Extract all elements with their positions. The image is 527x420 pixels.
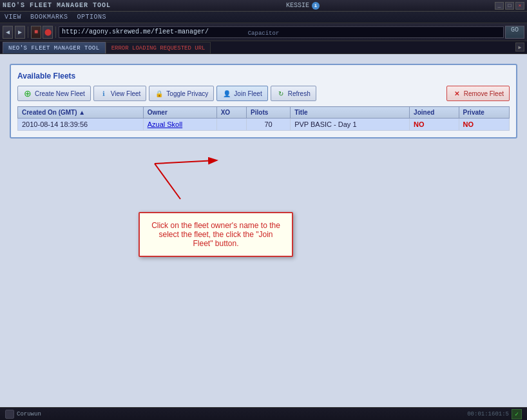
username-label: KESSIE [286,2,309,9]
reload-button[interactable]: ⬤ [43,26,53,39]
tab-fleet-manager-label: NEO'S FLEET MANAGER TOOL [8,45,100,52]
create-fleet-label: Create New Fleet [35,90,85,97]
status-bar: Coruwun 00:01:1601:5 ✓ [0,407,527,420]
status-username: Coruwun [17,411,41,417]
create-icon: ⊕ [23,89,32,98]
remove-icon: ✕ [452,89,461,98]
capacitor-label: Capacitor [248,30,280,37]
fleet-table: Created On (GMT) ▲ Owner XO Pilots Title… [17,106,510,131]
instruction-arrow [116,144,309,222]
minimize-button[interactable]: _ [495,2,504,10]
col-owner[interactable]: Owner [143,107,216,119]
status-coords: 00:01:1601:5 [467,411,509,417]
tab-close-button[interactable]: ▶ [515,43,524,52]
col-private[interactable]: Private [459,107,509,119]
tab-bar: NEO'S FLEET MANAGER TOOL ERROR LOADING R… [0,41,527,54]
view-fleet-button[interactable]: ℹ View Fleet [93,86,147,101]
tab-fleet-manager[interactable]: NEO'S FLEET MANAGER TOOL [3,42,106,53]
status-indicator: ✓ [512,409,522,419]
fleet-panel: Available Fleets ⊕ Create New Fleet ℹ Vi… [10,64,517,138]
toggle-privacy-label: Toggle Privacy [166,90,208,97]
window-controls: _ □ × [495,2,524,10]
menu-bar: VIEW BOOKMARKS OPTIONS [0,12,527,23]
title-bar: NEO'S FLEET MANAGER TOOL KESSIE i _ □ × [0,0,527,12]
url-input[interactable] [59,26,504,38]
toolbar-separator-1 [28,26,28,38]
svg-line-1 [155,164,180,199]
refresh-label: Refresh [288,90,311,97]
action-buttons: ⊕ Create New Fleet ℹ View Fleet 🔒 Toggle… [17,86,510,101]
toolbar-separator-2 [55,26,56,38]
col-title[interactable]: Title [291,107,410,119]
create-fleet-button[interactable]: ⊕ Create New Fleet [17,86,91,101]
user-info: KESSIE i [286,2,320,10]
toolbar: ◀ ▶ ■ ⬤ GO Capacitor [0,23,527,41]
cell-xo [216,119,246,131]
remove-fleet-label: Remove Fleet [464,90,504,97]
main-content: Available Fleets ⊕ Create New Fleet ℹ Vi… [0,54,527,407]
cell-title: PVP BASIC - Day 1 [291,119,410,131]
instruction-text: Click on the fleet owner's name to the s… [151,221,280,248]
menu-bookmarks[interactable]: BOOKMARKS [28,13,70,21]
col-pilots[interactable]: Pilots [247,107,291,119]
maximize-button[interactable]: □ [505,2,514,10]
tab-error[interactable]: ERROR LOADING REQUESTED URL [106,42,211,53]
table-header-row: Created On (GMT) ▲ Owner XO Pilots Title… [18,107,510,119]
owner-name: Azual Skoll [148,120,182,128]
view-fleet-label: View Fleet [111,90,141,97]
status-right: 00:01:1601:5 ✓ [467,409,522,419]
menu-options[interactable]: OPTIONS [75,13,109,21]
go-button[interactable]: GO [505,26,524,39]
menu-view[interactable]: VIEW [3,13,23,21]
cell-private: NO [459,119,509,131]
back-button[interactable]: ◀ [3,26,13,39]
refresh-icon: ↻ [276,89,285,98]
status-left: Coruwun [5,410,41,419]
refresh-button[interactable]: ↻ Refresh [271,86,316,101]
col-xo[interactable]: XO [216,107,246,119]
privacy-icon: 🔒 [155,89,164,98]
join-icon: 👤 [222,89,231,98]
forward-button[interactable]: ▶ [15,26,25,39]
view-icon: ℹ [99,89,108,98]
remove-fleet-button[interactable]: ✕ Remove Fleet [446,86,510,101]
instruction-box: Click on the fleet owner's name to the s… [139,212,293,257]
cell-created: 2010-08-14 18:39:56 [18,119,144,131]
toggle-privacy-button[interactable]: 🔒 Toggle Privacy [149,86,214,101]
fleet-panel-title: Available Fleets [17,72,510,81]
cell-pilots: 70 [247,119,291,131]
private-value: NO [463,120,474,128]
close-button[interactable]: × [515,2,524,10]
svg-line-0 [155,160,216,164]
col-created[interactable]: Created On (GMT) ▲ [18,107,144,119]
info-icon: i [312,2,320,10]
stop-button[interactable]: ■ [31,26,41,39]
tab-error-label: ERROR LOADING REQUESTED URL [111,45,206,52]
col-joined[interactable]: Joined [410,107,459,119]
cell-owner[interactable]: Azual Skoll [143,119,216,131]
avatar [5,410,14,419]
app-title: NEO'S FLEET MANAGER TOOL [3,2,111,9]
cell-joined: NO [410,119,459,131]
joined-value: NO [414,120,425,128]
table-row[interactable]: 2010-08-14 18:39:56 Azual Skoll 70 PVP B… [18,119,510,131]
join-fleet-button[interactable]: 👤 Join Fleet [216,86,267,101]
join-fleet-label: Join Fleet [234,90,262,97]
status-check-icon: ✓ [515,410,519,418]
